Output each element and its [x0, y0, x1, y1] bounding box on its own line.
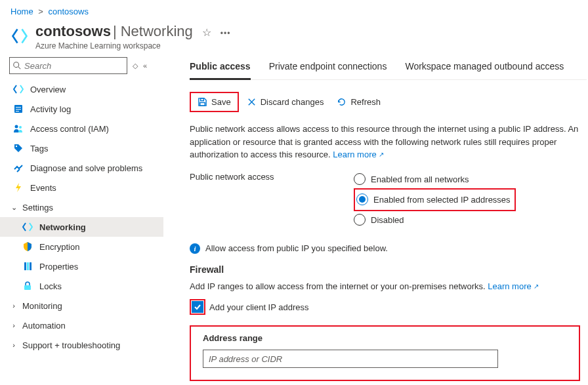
svg-point-0 [14, 62, 19, 68]
search-icon [12, 61, 22, 70]
command-bar: Save Discard changes Refresh [190, 92, 587, 112]
save-icon [198, 97, 207, 107]
radio-icon [354, 173, 366, 185]
external-link-icon: ↗ [534, 283, 539, 290]
external-link-icon: ↗ [379, 151, 384, 158]
nav-locks[interactable]: Locks [9, 276, 163, 296]
nav-encryption[interactable]: Encryption [9, 237, 163, 256]
radio-disabled[interactable]: Disabled [354, 211, 516, 229]
breadcrumb-sep: > [38, 7, 43, 16]
radio-icon [356, 193, 368, 205]
nav-group-support[interactable]: › Support + troubleshooting [9, 335, 163, 355]
svg-rect-14 [200, 102, 205, 106]
nav-activity-log[interactable]: Activity log [9, 99, 163, 119]
radio-all-networks[interactable]: Enabled from all networks [354, 171, 516, 188]
svg-rect-4 [16, 109, 21, 110]
collapse-sidebar-icon[interactable]: « [143, 62, 147, 70]
tabs: Public access Private endpoint connectio… [190, 57, 587, 80]
chevron-right-icon: › [9, 341, 18, 349]
chevron-down-icon: ⌄ [9, 203, 18, 212]
address-range-input[interactable] [203, 350, 498, 368]
radio-icon [354, 214, 366, 226]
nav-overview[interactable]: Overview [9, 79, 163, 99]
info-message: i Allow access from public IP you specif… [190, 243, 587, 254]
page-header: contosows | Networking ☆ ••• Azure Machi… [0, 19, 588, 57]
learn-more-link-firewall[interactable]: Learn more ↗ [488, 281, 539, 291]
firewall-desc: Add IP ranges to allow access from the i… [190, 280, 587, 293]
nav-group-settings[interactable]: ⌄ Settings [9, 197, 163, 217]
svg-point-8 [16, 146, 17, 147]
tab-public-access[interactable]: Public access [190, 57, 251, 80]
radio-selected-ips[interactable]: Enabled from selected IP addresses [356, 191, 511, 209]
diagnose-icon [13, 163, 24, 173]
breadcrumb-resource[interactable]: contosows [49, 7, 89, 16]
iam-icon [13, 123, 24, 134]
chevron-right-icon: › [9, 302, 18, 310]
add-client-ip-checkbox[interactable] [192, 301, 203, 313]
refresh-button[interactable]: Refresh [331, 94, 386, 110]
nav-networking[interactable]: Networking [0, 217, 163, 237]
page-subtitle: Azure Machine Learning workspace [35, 41, 578, 51]
save-button[interactable]: Save [192, 94, 236, 110]
check-icon [194, 303, 201, 311]
chevron-right-icon: › [9, 321, 18, 329]
address-range-section: Address range [190, 325, 580, 381]
nav-iam[interactable]: Access control (IAM) [9, 119, 163, 138]
svg-rect-3 [16, 107, 21, 108]
nav-group-monitoring[interactable]: › Monitoring [9, 296, 163, 315]
nav-diagnose[interactable]: Diagnose and solve problems [9, 158, 163, 178]
favorite-icon[interactable]: ☆ [202, 26, 211, 39]
svg-point-7 [19, 126, 22, 129]
svg-rect-11 [30, 262, 32, 270]
learn-more-link[interactable]: Learn more ↗ [333, 150, 384, 159]
sort-icon[interactable]: ◇ [133, 64, 138, 68]
public-network-access-radios: Enabled from all networks Enabled from s… [354, 171, 516, 229]
more-menu-icon[interactable]: ••• [220, 30, 231, 37]
svg-line-1 [18, 67, 21, 70]
tab-outbound[interactable]: Workspace managed outbound access [405, 57, 564, 79]
locks-icon [22, 281, 33, 291]
public-network-access-label: Public network access [190, 171, 354, 229]
nav-tags[interactable]: Tags [9, 138, 163, 158]
firewall-heading: Firewall [190, 264, 587, 275]
tags-icon [13, 143, 24, 153]
refresh-icon [337, 97, 346, 107]
sidebar: ◇ « Overview Activity log Access control… [0, 57, 163, 381]
svg-rect-5 [16, 111, 19, 111]
events-icon [13, 182, 24, 193]
discard-button[interactable]: Discard changes [242, 94, 329, 110]
overview-icon [13, 84, 24, 94]
svg-rect-13 [201, 98, 204, 101]
workspace-icon [10, 27, 29, 45]
page-section: | Networking [113, 23, 193, 40]
search-input[interactable] [24, 61, 127, 71]
info-icon: i [190, 243, 200, 254]
svg-rect-10 [27, 262, 29, 270]
svg-rect-9 [24, 262, 26, 270]
add-client-ip-label: Add your client IP address [209, 302, 309, 312]
activity-log-icon [13, 104, 24, 114]
nav-properties[interactable]: Properties [9, 256, 163, 276]
encryption-icon [22, 241, 33, 252]
main-content: Public access Private endpoint connectio… [163, 57, 588, 381]
nav-events[interactable]: Events [9, 178, 163, 197]
page-title: contosows [35, 23, 111, 40]
close-icon [247, 97, 257, 107]
nav-group-automation[interactable]: › Automation [9, 315, 163, 335]
description-text: Public network access allows access to t… [190, 123, 587, 161]
address-range-label: Address range [203, 333, 567, 343]
breadcrumb: Home > contosows [0, 0, 588, 19]
svg-point-6 [15, 125, 18, 129]
tab-private-endpoint[interactable]: Private endpoint connections [269, 57, 387, 79]
properties-icon [22, 261, 33, 272]
networking-icon [22, 222, 33, 232]
breadcrumb-home[interactable]: Home [10, 7, 33, 16]
search-box[interactable] [9, 57, 127, 74]
svg-rect-12 [24, 285, 31, 290]
